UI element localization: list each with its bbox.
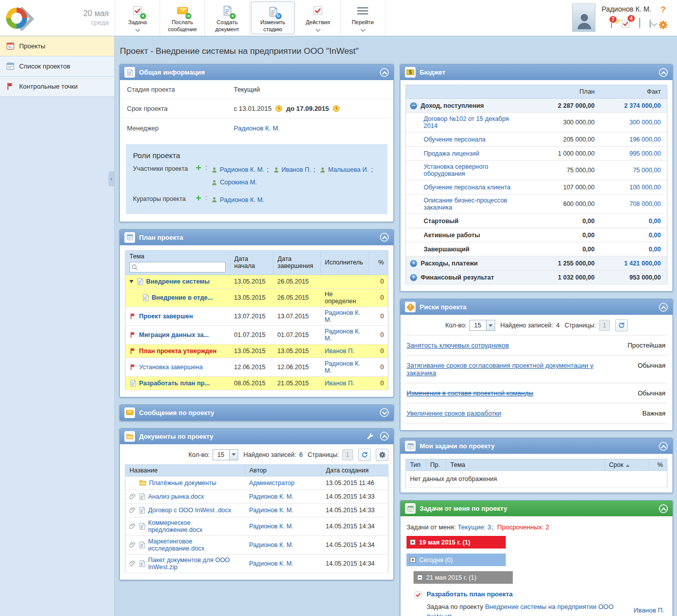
- add-participant-icon[interactable]: [195, 165, 201, 171]
- budget-row[interactable]: Продажа лицензий 1 000 000,00 995 000,00: [406, 147, 667, 161]
- app-logo[interactable]: [5, 6, 33, 31]
- budget-row[interactable]: Финансовый результат 1 032 000,00 953 00…: [406, 270, 667, 285]
- page-size-select[interactable]: 15: [213, 449, 238, 460]
- risk-row[interactable]: Занятость ключевых сотрудников Простейша…: [405, 335, 667, 356]
- toolbar-create-document-button[interactable]: + Создать документ: [205, 0, 250, 36]
- collapse-button[interactable]: [380, 68, 389, 77]
- expand-button[interactable]: [380, 408, 389, 417]
- plan-row[interactable]: Установка завершена 12.06.2015 12.06.201…: [125, 358, 388, 376]
- paperclip-icon[interactable]: [129, 507, 136, 513]
- plan-row[interactable]: Внедрение системы 13.05.2015 26.05.2015 …: [125, 275, 388, 288]
- clock-icon[interactable]: [332, 105, 340, 112]
- docs-col-author[interactable]: Автор: [245, 464, 322, 476]
- collapse-button[interactable]: [659, 442, 668, 451]
- document-row[interactable]: Анализ рынка.docx Радионов К. М. 14.05.2…: [125, 490, 388, 503]
- sidebar-collapse-handle[interactable]: ‹: [108, 171, 114, 186]
- paperclip-icon[interactable]: [129, 493, 136, 500]
- plan-row[interactable]: План проекта утвержден 13.05.2015 13.05.…: [125, 344, 388, 358]
- budget-row[interactable]: Обучение персонала клиента 107 000,00 10…: [406, 180, 667, 194]
- plan-row[interactable]: Внедрение в отде... 13.05.2015 26.05.201…: [125, 288, 388, 307]
- notification-badge[interactable]: 4: [627, 15, 635, 22]
- mytasks-col-due[interactable]: Срок: [605, 459, 649, 471]
- calendar-icon[interactable]: [639, 20, 640, 28]
- paperclip-icon[interactable]: [129, 560, 136, 567]
- plan-col-percent[interactable]: %: [369, 250, 388, 275]
- page-number-button[interactable]: 1: [342, 449, 353, 460]
- docs-col-name[interactable]: Название: [125, 464, 245, 476]
- dropdown-chevron-icon[interactable]: [649, 20, 651, 28]
- toolbar-send-message-button[interactable]: ➔ Послать сообщение: [160, 0, 205, 36]
- mytasks-col-type[interactable]: Тип: [406, 459, 426, 471]
- tasks-icon[interactable]: 4: [621, 19, 630, 28]
- budget-row[interactable]: Расходы, платежи 1 255 000,00 1 421 000,…: [406, 256, 667, 270]
- collapse-button[interactable]: [380, 233, 389, 242]
- sidebar-item-milestones[interactable]: Контрольные точки: [0, 77, 114, 97]
- settings-gear-icon[interactable]: [658, 20, 668, 30]
- collapse-group-icon[interactable]: −: [417, 575, 423, 580]
- collapse-button[interactable]: [659, 68, 668, 77]
- mytasks-col-priority[interactable]: Пр.: [426, 459, 446, 471]
- sidebar-item-project-list[interactable]: Список проектов: [0, 56, 114, 77]
- budget-row[interactable]: Описание бизнес-процессов заказчика 600 …: [406, 194, 667, 214]
- toolbar-actions-button[interactable]: Действия: [296, 0, 341, 36]
- clock-icon[interactable]: [275, 105, 283, 112]
- plan-row[interactable]: Проект завершен 13.07.2015 13.07.2015 Ра…: [125, 307, 388, 325]
- refresh-button[interactable]: [358, 449, 371, 461]
- collapse-button[interactable]: [659, 303, 668, 312]
- plan-row[interactable]: Разработать план пр... 08.05.2015 21.05.…: [125, 376, 388, 390]
- plan-row[interactable]: Миграция данных за... 01.07.2015 01.07.2…: [125, 325, 388, 344]
- document-row[interactable]: Маркетинговое исследование.docx Радионов…: [125, 535, 388, 554]
- budget-row[interactable]: Доход, поступления 2 287 000,00 2 374 00…: [406, 99, 667, 113]
- toolbar-go-button[interactable]: Перейти: [341, 0, 385, 36]
- mail-badge[interactable]: 7: [609, 16, 617, 23]
- budget-row[interactable]: Активные работы 0,00 0,00: [406, 228, 667, 242]
- plan-col-start[interactable]: Дата начала: [230, 250, 274, 275]
- task-item[interactable]: Разработать план проекта Задача по проек…: [414, 590, 666, 616]
- task-group-overdue[interactable]: + 19 мая 2015 г. (1): [407, 536, 506, 549]
- user-name[interactable]: Радионов К. М.: [601, 5, 651, 13]
- budget-row[interactable]: Обучение персонала 205 000,00 196 000,00: [406, 132, 667, 147]
- task-group-today[interactable]: + Сегодня (0): [407, 554, 506, 566]
- mytasks-col-topic[interactable]: Тема: [446, 459, 605, 471]
- budget-row[interactable]: Стартовый 0,00 0,00: [406, 214, 667, 228]
- document-row[interactable]: Платёжные документы Администратор 13.05.…: [125, 476, 388, 490]
- page-size-select[interactable]: 15: [469, 320, 495, 331]
- budget-row[interactable]: Договор №102 от 15 декабря 2014 300 000,…: [406, 113, 667, 132]
- collapse-button[interactable]: [659, 504, 668, 513]
- risk-row[interactable]: Изменения в составе проектной команды Об…: [405, 383, 667, 403]
- document-row[interactable]: Коммерческое предложение.docx Радионов К…: [125, 517, 388, 535]
- plan-col-executor[interactable]: Исполнитель: [321, 250, 369, 275]
- avatar[interactable]: [572, 4, 595, 32]
- mail-icon[interactable]: 7: [611, 20, 612, 28]
- budget-row[interactable]: Установка серверного оборудования 75 000…: [406, 161, 667, 180]
- docs-col-created[interactable]: Дата создания: [322, 464, 388, 476]
- paperclip-icon[interactable]: [129, 541, 136, 548]
- sidebar-item-projects[interactable]: Проекты: [0, 36, 114, 56]
- wrench-icon[interactable]: [367, 433, 374, 440]
- plan-search-input[interactable]: [129, 262, 226, 272]
- add-curator-icon[interactable]: [195, 195, 201, 201]
- plan-col-end[interactable]: Дата завершения: [274, 250, 321, 275]
- collapse-button[interactable]: [380, 432, 389, 441]
- toolbar-change-stage-button[interactable]: ↻ Изменить стадию: [251, 2, 295, 34]
- expand-triangle-icon[interactable]: [129, 280, 133, 285]
- mytasks-col-percent[interactable]: %: [649, 459, 667, 471]
- document-row[interactable]: Договор с ООО InWest .docx Радионов К. М…: [125, 503, 388, 517]
- manager-link[interactable]: Радионов К. М.: [234, 124, 280, 132]
- current-tasks-link[interactable]: Текущие: 3: [457, 523, 491, 531]
- expand-group-icon[interactable]: +: [410, 557, 416, 563]
- paperclip-icon[interactable]: [129, 523, 136, 529]
- task-group-upcoming[interactable]: − 21 мая 2015 г. (1): [414, 571, 513, 584]
- page-number-button[interactable]: 1: [599, 320, 610, 331]
- collapse-node-icon[interactable]: [410, 102, 417, 109]
- task-assignee-link[interactable]: Иванов П.: [634, 590, 666, 616]
- risk-row[interactable]: Затягивание сроков согласования проектно…: [405, 356, 667, 383]
- expand-group-icon[interactable]: +: [410, 539, 416, 545]
- help-button[interactable]: ?: [660, 5, 665, 15]
- task-title-link[interactable]: Разработать план проекта: [427, 590, 513, 598]
- toolbar-task-button[interactable]: + Задача: [115, 0, 160, 36]
- expand-node-icon[interactable]: [410, 260, 417, 267]
- refresh-button[interactable]: [615, 319, 628, 331]
- risk-row[interactable]: Увеличение сроков разработки Важная: [405, 403, 667, 424]
- budget-row[interactable]: Завершающий 0,00 0,00: [406, 242, 667, 256]
